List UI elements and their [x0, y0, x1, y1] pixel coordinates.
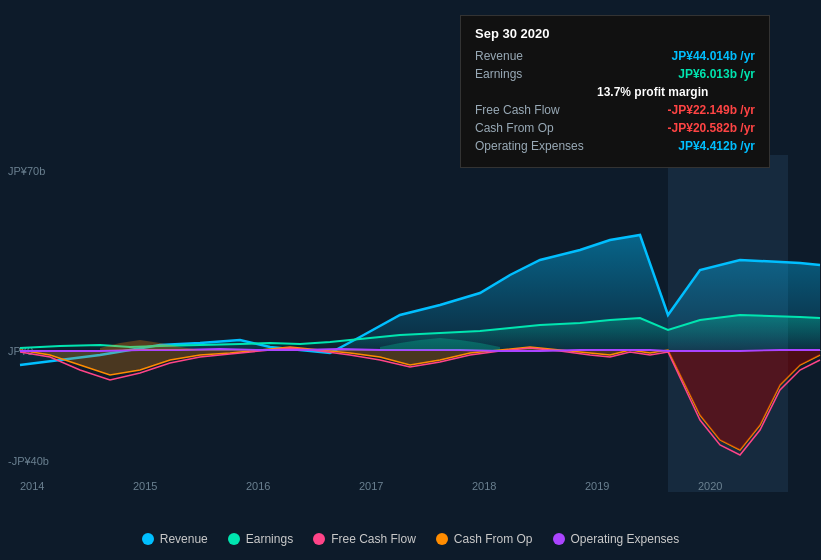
- tooltip-box: Sep 30 2020 Revenue JP¥44.014b /yr Earni…: [460, 15, 770, 168]
- legend-dot-revenue: [142, 533, 154, 545]
- legend-label-revenue: Revenue: [160, 532, 208, 546]
- legend-item-earnings[interactable]: Earnings: [228, 532, 293, 546]
- x-label-2019: 2019: [585, 480, 609, 492]
- chart-container: Sep 30 2020 Revenue JP¥44.014b /yr Earni…: [0, 0, 821, 560]
- legend: Revenue Earnings Free Cash Flow Cash Fro…: [0, 532, 821, 546]
- tooltip-value-opex: JP¥4.412b /yr: [678, 139, 755, 153]
- tooltip-value-earnings: JP¥6.013b /yr: [678, 67, 755, 81]
- tooltip-row-cfo: Cash From Op -JP¥20.582b /yr: [475, 121, 755, 135]
- tooltip-label-cfo: Cash From Op: [475, 121, 585, 135]
- x-label-2017: 2017: [359, 480, 383, 492]
- legend-dot-earnings: [228, 533, 240, 545]
- legend-item-opex[interactable]: Operating Expenses: [553, 532, 680, 546]
- legend-label-cfo: Cash From Op: [454, 532, 533, 546]
- x-label-2015: 2015: [133, 480, 157, 492]
- profit-margin: 13.7% profit margin: [597, 85, 755, 99]
- legend-item-cfo[interactable]: Cash From Op: [436, 532, 533, 546]
- x-label-2020: 2020: [698, 480, 722, 492]
- tooltip-label-revenue: Revenue: [475, 49, 585, 63]
- legend-dot-cfo: [436, 533, 448, 545]
- tooltip-label-opex: Operating Expenses: [475, 139, 585, 153]
- legend-item-revenue[interactable]: Revenue: [142, 532, 208, 546]
- tooltip-row-earnings: Earnings JP¥6.013b /yr: [475, 67, 755, 81]
- tooltip-label-earnings: Earnings: [475, 67, 585, 81]
- legend-dot-fcf: [313, 533, 325, 545]
- tooltip-row-opex: Operating Expenses JP¥4.412b /yr: [475, 139, 755, 153]
- tooltip-row-fcf: Free Cash Flow -JP¥22.149b /yr: [475, 103, 755, 117]
- legend-dot-opex: [553, 533, 565, 545]
- legend-label-opex: Operating Expenses: [571, 532, 680, 546]
- tooltip-value-fcf: -JP¥22.149b /yr: [668, 103, 755, 117]
- tooltip-value-revenue: JP¥44.014b /yr: [672, 49, 755, 63]
- tooltip-row-revenue: Revenue JP¥44.014b /yr: [475, 49, 755, 63]
- tooltip-label-fcf: Free Cash Flow: [475, 103, 585, 117]
- chart-svg: [0, 155, 821, 475]
- legend-label-earnings: Earnings: [246, 532, 293, 546]
- x-label-2018: 2018: [472, 480, 496, 492]
- legend-label-fcf: Free Cash Flow: [331, 532, 416, 546]
- legend-item-fcf[interactable]: Free Cash Flow: [313, 532, 416, 546]
- tooltip-title: Sep 30 2020: [475, 26, 755, 41]
- x-label-2016: 2016: [246, 480, 270, 492]
- tooltip-value-cfo: -JP¥20.582b /yr: [668, 121, 755, 135]
- x-label-2014: 2014: [20, 480, 44, 492]
- x-labels: 2014 2015 2016 2017 2018 2019 2020: [20, 480, 811, 492]
